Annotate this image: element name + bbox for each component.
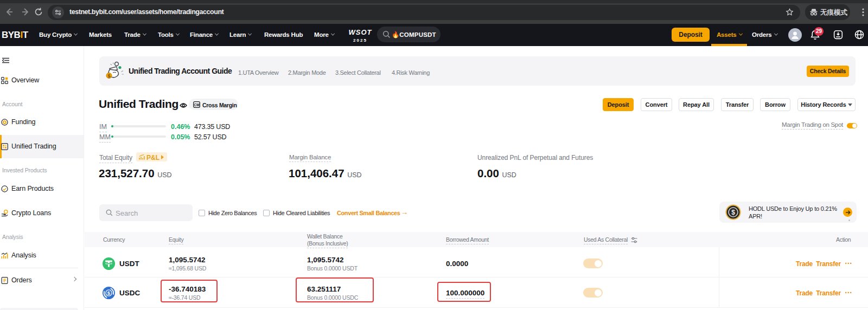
svg-text:CM: CM: [194, 102, 199, 106]
svg-text:$: $: [731, 209, 735, 216]
svg-text:$: $: [107, 290, 111, 296]
svg-text:$: $: [107, 73, 110, 79]
